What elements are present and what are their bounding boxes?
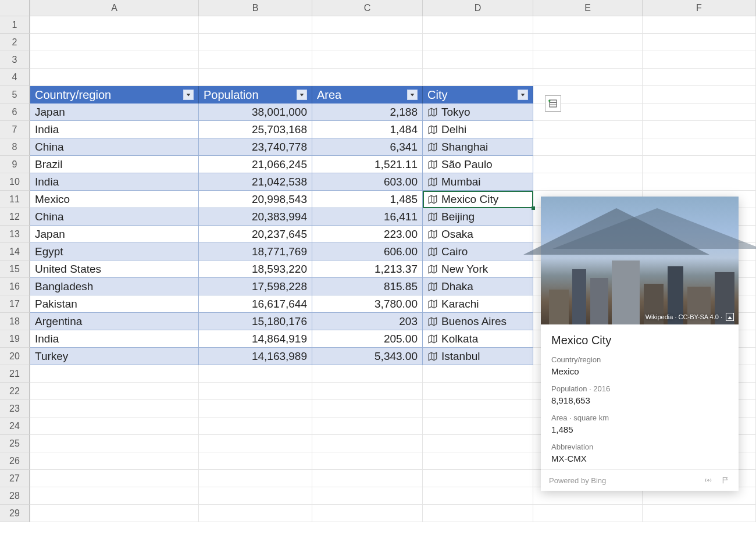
- empty-cell[interactable]: [423, 51, 533, 69]
- empty-cell[interactable]: [30, 435, 199, 452]
- row-header-11[interactable]: 11: [0, 191, 30, 208]
- cell-country[interactable]: China: [30, 208, 199, 226]
- row-header-6[interactable]: 6: [0, 104, 30, 121]
- empty-cell[interactable]: [30, 34, 199, 51]
- cell-area[interactable]: 1,213.37: [312, 260, 423, 278]
- cell-country[interactable]: India: [30, 173, 199, 191]
- cell-country[interactable]: Bangladesh: [30, 278, 199, 295]
- empty-cell[interactable]: [312, 487, 423, 505]
- cell-area[interactable]: 815.85: [312, 278, 423, 295]
- empty-cell[interactable]: [533, 121, 643, 138]
- empty-cell[interactable]: [30, 365, 199, 383]
- cell-city[interactable]: Buenos Aires: [423, 313, 533, 330]
- cell-country[interactable]: Turkey: [30, 348, 199, 365]
- row-header-12[interactable]: 12: [0, 208, 30, 226]
- cell-population[interactable]: 20,383,994: [199, 208, 312, 226]
- empty-cell[interactable]: [199, 383, 312, 400]
- cell-city[interactable]: New York: [423, 260, 533, 278]
- empty-cell[interactable]: [30, 16, 199, 34]
- cell-population[interactable]: 18,593,220: [199, 260, 312, 278]
- cell-population[interactable]: 20,998,543: [199, 191, 312, 208]
- empty-cell[interactable]: [312, 505, 423, 522]
- insert-data-column-button[interactable]: [545, 95, 561, 112]
- empty-cell[interactable]: [423, 435, 533, 452]
- cell-city[interactable]: Karachi: [423, 295, 533, 313]
- empty-cell[interactable]: [312, 470, 423, 487]
- row-header-21[interactable]: 21: [0, 365, 30, 383]
- empty-cell[interactable]: [423, 505, 533, 522]
- row-header-17[interactable]: 17: [0, 295, 30, 313]
- table-header-area[interactable]: Area: [312, 86, 423, 104]
- empty-cell[interactable]: [423, 417, 533, 435]
- cell-city[interactable]: Shanghai: [423, 138, 533, 156]
- row-header-5[interactable]: 5: [0, 86, 30, 104]
- row-header-8[interactable]: 8: [0, 138, 30, 156]
- empty-cell[interactable]: [533, 16, 643, 34]
- table-header-country[interactable]: Country/region: [30, 86, 199, 104]
- cell-city[interactable]: Mumbai: [423, 173, 533, 191]
- row-header-29[interactable]: 29: [0, 505, 30, 522]
- empty-cell[interactable]: [423, 452, 533, 470]
- cell-city[interactable]: São Paulo: [423, 156, 533, 173]
- cell-population[interactable]: 15,180,176: [199, 313, 312, 330]
- empty-cell[interactable]: [312, 452, 423, 470]
- empty-cell[interactable]: [312, 435, 423, 452]
- empty-cell[interactable]: [312, 69, 423, 86]
- empty-cell[interactable]: [30, 470, 199, 487]
- row-header-10[interactable]: 10: [0, 173, 30, 191]
- col-header-c[interactable]: C: [312, 0, 423, 16]
- select-all-corner[interactable]: [0, 0, 30, 16]
- row-header-9[interactable]: 9: [0, 156, 30, 173]
- empty-cell[interactable]: [199, 487, 312, 505]
- empty-cell[interactable]: [533, 34, 643, 51]
- empty-cell[interactable]: [199, 505, 312, 522]
- cell-city[interactable]: Istanbul: [423, 348, 533, 365]
- empty-cell[interactable]: [199, 51, 312, 69]
- cell-area[interactable]: 2,188: [312, 104, 423, 121]
- cell-population[interactable]: 21,066,245: [199, 156, 312, 173]
- col-header-d[interactable]: D: [423, 0, 533, 16]
- empty-cell[interactable]: [533, 138, 643, 156]
- col-header-b[interactable]: B: [199, 0, 312, 16]
- cell-area[interactable]: 1,484: [312, 121, 423, 138]
- empty-cell[interactable]: [643, 34, 756, 51]
- empty-cell[interactable]: [199, 435, 312, 452]
- row-header-18[interactable]: 18: [0, 313, 30, 330]
- empty-cell[interactable]: [423, 16, 533, 34]
- row-header-24[interactable]: 24: [0, 417, 30, 435]
- cell-city[interactable]: Cairo: [423, 243, 533, 260]
- cell-population[interactable]: 16,617,644: [199, 295, 312, 313]
- cell-population[interactable]: 38,001,000: [199, 104, 312, 121]
- empty-cell[interactable]: [30, 51, 199, 69]
- empty-cell[interactable]: [643, 51, 756, 69]
- table-header-population[interactable]: Population: [199, 86, 312, 104]
- col-header-a[interactable]: A: [30, 0, 199, 16]
- empty-cell[interactable]: [199, 400, 312, 417]
- row-header-25[interactable]: 25: [0, 435, 30, 452]
- cell-country[interactable]: Pakistan: [30, 295, 199, 313]
- empty-cell[interactable]: [643, 505, 756, 522]
- empty-cell[interactable]: [312, 383, 423, 400]
- cell-city[interactable]: Mexico City: [423, 191, 533, 208]
- empty-cell[interactable]: [643, 156, 756, 173]
- cell-country[interactable]: India: [30, 121, 199, 138]
- empty-cell[interactable]: [533, 51, 643, 69]
- cell-city[interactable]: Osaka: [423, 226, 533, 243]
- empty-cell[interactable]: [533, 156, 643, 173]
- empty-cell[interactable]: [312, 417, 423, 435]
- cell-population[interactable]: 14,864,919: [199, 330, 312, 348]
- empty-cell[interactable]: [312, 400, 423, 417]
- cell-area[interactable]: 603.00: [312, 173, 423, 191]
- filter-dropdown-button[interactable]: [183, 90, 194, 100]
- cell-city[interactable]: Beijing: [423, 208, 533, 226]
- empty-cell[interactable]: [643, 138, 756, 156]
- empty-cell[interactable]: [643, 69, 756, 86]
- empty-cell[interactable]: [30, 417, 199, 435]
- row-header-4[interactable]: 4: [0, 69, 30, 86]
- empty-cell[interactable]: [30, 69, 199, 86]
- empty-cell[interactable]: [643, 16, 756, 34]
- empty-cell[interactable]: [30, 452, 199, 470]
- cell-country[interactable]: Egypt: [30, 243, 199, 260]
- empty-cell[interactable]: [312, 16, 423, 34]
- row-header-3[interactable]: 3: [0, 51, 30, 69]
